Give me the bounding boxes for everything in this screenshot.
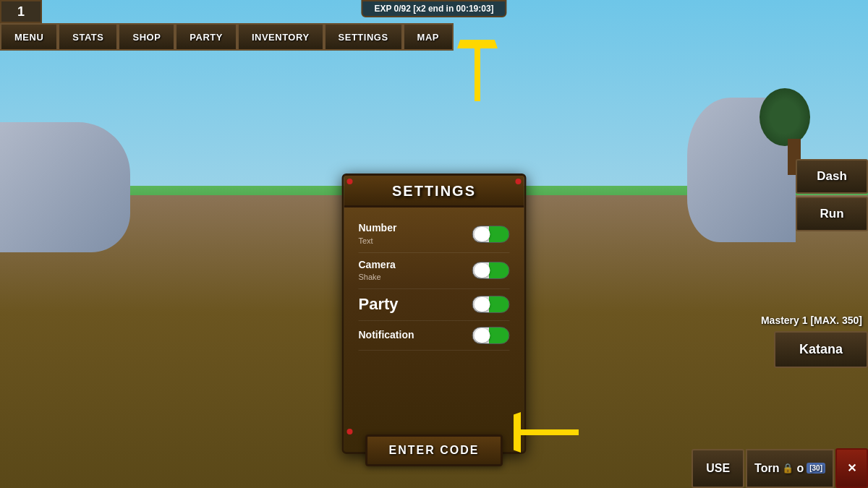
settings-row-number: Number Text	[359, 216, 510, 253]
dash-button[interactable]: Dash	[796, 159, 868, 194]
close-button[interactable]: ✕	[835, 448, 868, 488]
weapon-name-cont: o	[796, 462, 804, 475]
weapon-name: Torn	[754, 462, 779, 475]
arrow-down-indicator	[514, 407, 586, 461]
level-value: 1	[17, 4, 25, 20]
arrow-up-indicator	[448, 40, 506, 108]
nav-map[interactable]: MAP	[403, 23, 454, 51]
exp-bar: EXP 0/92 [x2 end in 00:19:03]	[361, 0, 506, 17]
arrow-down-svg	[514, 407, 586, 458]
settings-row-camera: Camera Shake	[359, 253, 510, 290]
corner-dot-tr	[516, 179, 522, 184]
nav-menu[interactable]: MENU	[0, 23, 58, 51]
katana-button[interactable]: Katana	[774, 331, 868, 368]
settings-label-party: Party	[359, 295, 399, 314]
settings-label-notification: Notification	[359, 329, 414, 341]
tornado-button[interactable]: Torn 🔒 o [30]	[746, 449, 834, 488]
nav-inventory[interactable]: INVENTORY	[237, 23, 324, 51]
settings-row-notification: Notification	[359, 321, 510, 351]
count-badge: [30]	[807, 463, 825, 474]
settings-title: SETTINGS	[344, 176, 524, 207]
settings-label-number: Number Text	[359, 222, 397, 247]
toggle-notification[interactable]	[472, 327, 510, 344]
nav-shop[interactable]: SHOP	[118, 23, 175, 51]
lock-icon: 🔒	[782, 463, 793, 474]
right-action-buttons: Dash Run	[796, 159, 868, 231]
nav-stats[interactable]: STATS	[58, 23, 118, 51]
run-button[interactable]: Run	[796, 197, 868, 231]
corner-dot-bl	[347, 429, 353, 435]
enter-code-button[interactable]: ENTER CODE	[365, 435, 503, 466]
settings-panel: SETTINGS Number Text Camera Shake	[342, 174, 527, 454]
toggle-number[interactable]	[472, 226, 510, 243]
settings-label-camera: Camera Shake	[359, 259, 396, 283]
settings-row-party: Party	[359, 289, 510, 320]
toggle-party[interactable]	[472, 296, 510, 313]
settings-body: Number Text Camera Shake Party Not	[344, 207, 524, 452]
arrow-up-svg	[448, 40, 506, 105]
tree-top	[760, 88, 810, 146]
nav-party[interactable]: PARTY	[175, 23, 237, 51]
settings-spacer	[359, 351, 510, 437]
corner-dot-tl	[347, 179, 353, 184]
toggle-camera[interactable]	[472, 262, 510, 279]
cliff-left	[0, 122, 130, 252]
bottom-action-row: USE Torn 🔒 o [30] ✕	[692, 448, 868, 488]
nav-settings[interactable]: SETTINGS	[324, 23, 403, 51]
nav-bar: MENU STATS SHOP PARTY INVENTORY SETTINGS…	[0, 23, 868, 51]
level-badge: 1	[0, 0, 42, 23]
use-button[interactable]: USE	[692, 449, 744, 488]
mastery-text: Mastery 1 [MAX. 350]	[761, 314, 862, 326]
